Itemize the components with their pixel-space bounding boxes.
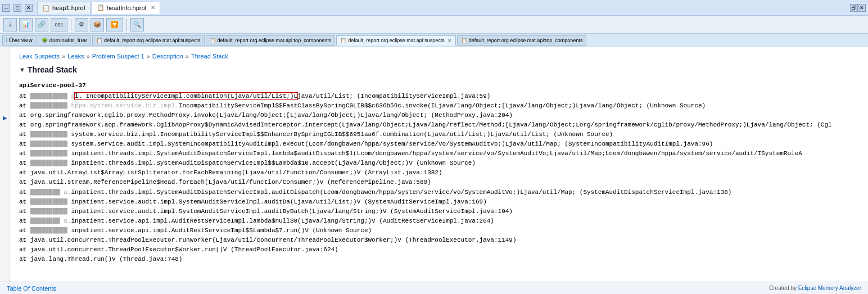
- editor-tab-dominator[interactable]: 🌳 dominator_tree: [38, 35, 91, 46]
- stack-text-13: inpatient.service.api.impl.AuditRestServ…: [71, 218, 494, 224]
- breadcrumb-sep4: »: [186, 53, 189, 60]
- stack-blurred-1: ██████████ hppa.system.service.biz.impl.: [30, 102, 179, 109]
- toolbar-link-btn[interactable]: 🔗: [35, 18, 48, 31]
- stack-line-10: at ████████ a.inpatient.threads.impl.Sys…: [19, 188, 859, 197]
- section-title-text: Thread Stack: [28, 65, 77, 74]
- stack-blurred-14: ██████████: [30, 227, 67, 234]
- breadcrumb: Leak Suspects » Leaks » Problem Suspect …: [19, 53, 859, 60]
- stack-text-15: java.util.concurrent.ThreadPoolExecutor.…: [30, 237, 517, 243]
- stack-line-4: at ██████████ system.service.biz.impl.In…: [19, 130, 859, 139]
- stack-blurred-12: ██████████: [30, 208, 67, 215]
- suspects2-tab-icon: 📋: [340, 38, 346, 43]
- stack-line-6: at ██████████ inpatient.threads.impl.Sys…: [19, 149, 859, 159]
- breadcrumb-thread-stack[interactable]: Thread Stack: [191, 53, 228, 60]
- stack-line-15: at java.util.concurrent.ThreadPoolExecut…: [19, 236, 859, 245]
- toolbar-sep2: [126, 19, 127, 30]
- editor-tab-top2-label: default_report org.eclipse.mat.api:top_c…: [469, 38, 583, 43]
- tab-headinfo-label: headInfo.hprof: [107, 4, 147, 11]
- stack-blurred-0: ██████████ p: [30, 93, 75, 99]
- stack-line-13: at ████████ a.inpatient.service.api.impl…: [19, 216, 859, 226]
- editor-tab-top2[interactable]: 📋 default_report org.eclipse.mat.api:top…: [457, 35, 587, 46]
- overview-tab-icon: i: [6, 38, 7, 43]
- toolbar-sep1: [71, 19, 71, 30]
- eclipse-memory-analyzer-link[interactable]: Eclipse Memory Analyzer: [798, 285, 861, 291]
- gutter-arrow[interactable]: ▶: [3, 115, 7, 121]
- table-of-contents-link[interactable]: Table Of Contents: [7, 285, 56, 292]
- top1-tab-icon: 📋: [210, 38, 216, 43]
- toolbar: i 📊 🔗 001 ⚙ 📦 🔽 🔍: [0, 16, 868, 34]
- stack-indent-0: at: [19, 93, 30, 99]
- stack-text-3: org.springframework.aop.framework.CglibA…: [30, 121, 832, 128]
- section-title: ▼ Thread Stack: [19, 65, 859, 74]
- stack-line-9: at java.util.stream.ReferencePipeline$He…: [19, 178, 859, 187]
- stack-line-1: at ██████████ hppa.system.service.biz.im…: [19, 101, 859, 111]
- breadcrumb-problem-suspect1[interactable]: Problem Suspect 1: [92, 53, 144, 60]
- stack-line-3: at org.springframework.aop.framework.Cgl…: [19, 120, 859, 130]
- stack-blurred-5: ██████████: [30, 141, 67, 147]
- footer-right: Created by Eclipse Memory Analyzer: [769, 285, 861, 291]
- section-arrow: ▼: [19, 66, 25, 73]
- minimize-button[interactable]: ─: [2, 4, 10, 12]
- content-area: Leak Suspects » Leaks » Problem Suspect …: [10, 47, 868, 294]
- toolbar-search-btn[interactable]: 🔍: [130, 18, 144, 31]
- stack-line-8: at java.util.ArrayList$ArrayListSplitera…: [19, 168, 859, 178]
- stack-blurred-4: ██████████: [30, 131, 67, 138]
- editor-tab-overview[interactable]: i Overview: [2, 35, 37, 46]
- created-by-text: Created by: [769, 285, 797, 291]
- suspects2-tab-close[interactable]: ✕: [447, 38, 452, 43]
- stack-line-17: at java.lang.Thread.run()V (Thread.java:…: [19, 255, 859, 264]
- toolbar-info-btn[interactable]: i: [3, 18, 17, 31]
- stack-area: apiService-pool-37 at ██████████ pl. Inc…: [19, 81, 859, 264]
- main-area: ▶ Leak Suspects » Leaks » Problem Suspec…: [0, 47, 868, 294]
- stack-blurred-7: ██████████: [30, 160, 67, 166]
- stack-text-5: system.service.audit.impl.SystemIncompat…: [67, 141, 713, 147]
- stack-blurred-10: ████████ a.: [30, 189, 71, 196]
- breadcrumb-sep3: »: [147, 53, 150, 60]
- stack-highlight-0: l. IncompatibilityServiceImpl.combinatio…: [75, 93, 297, 99]
- editor-tabs: i Overview 🌳 dominator_tree 📋 default_re…: [0, 34, 868, 47]
- breadcrumb-description[interactable]: Description: [152, 53, 183, 60]
- toolbar-dropdown-btn[interactable]: 🔽: [106, 18, 123, 31]
- editor-tab-suspects2-label: default_report org.eclipse.mat.api:suspe…: [348, 38, 445, 43]
- stack-text-17: java.lang.Thread.run()V (Thread.java:748…: [30, 256, 183, 263]
- editor-tab-top1-label: default_report org.eclipse.mat.api:top_c…: [218, 38, 332, 43]
- stack-text-0: java/util/List; (IncompatibilityServiceI…: [297, 93, 490, 99]
- tab-heap1-label: heap1.hprof: [52, 4, 85, 11]
- editor-tab-overview-label: Overview: [9, 37, 33, 43]
- stack-blurred-11: ██████████: [30, 198, 67, 205]
- left-gutter: ▶: [0, 47, 10, 294]
- breadcrumb-leaks[interactable]: Leaks: [67, 53, 84, 60]
- stack-line-16: at java.util.concurrent.ThreadPoolExecut…: [19, 245, 859, 255]
- editor-tab-dominator-label: dominator_tree: [49, 37, 87, 43]
- stack-line-12: at ██████████ inpatient.service.audit.im…: [19, 207, 859, 216]
- stack-text-4: system.service.biz.impl.IncompatibilityS…: [67, 131, 613, 138]
- tab-bar: 📋 heap1.hprof 📋 headInfo.hprof ✕ 🗗 ✕: [37, 2, 866, 14]
- stack-text-6: inpatient.threads.impl.SystemAuditDispat…: [67, 150, 802, 157]
- toolbar-001-btn[interactable]: 001: [51, 18, 67, 31]
- tab-headinfo-close[interactable]: ✕: [151, 4, 155, 11]
- toolbar-pkg-btn[interactable]: 📦: [91, 18, 104, 31]
- headinfo-tab-icon: 📋: [97, 4, 105, 11]
- toolbar-chart-btn[interactable]: 📊: [19, 18, 33, 31]
- stack-text-8: java.util.ArrayList$ArrayListSpliterator…: [30, 169, 442, 176]
- tab-headinfo[interactable]: 📋 headInfo.hprof ✕: [92, 2, 160, 14]
- breadcrumb-sep1: »: [62, 53, 65, 60]
- editor-tab-suspects1[interactable]: 📋 default_report org.eclipse.mat.api:sus…: [92, 35, 205, 46]
- close-button[interactable]: ✕: [25, 4, 33, 12]
- tab-heap1[interactable]: 📋 heap1.hprof: [37, 2, 91, 14]
- stack-line-11: at ██████████ inpatient.service.audit.im…: [19, 197, 859, 207]
- dominator-tab-icon: 🌳: [42, 38, 48, 43]
- heap1-tab-icon: 📋: [42, 4, 50, 12]
- window-controls[interactable]: ─ □ ✕: [2, 4, 33, 12]
- restore-btn[interactable]: 🗗: [850, 4, 858, 12]
- footer: Table Of Contents Created by Eclipse Mem…: [0, 282, 868, 294]
- toolbar-gear-btn[interactable]: ⚙: [75, 18, 88, 31]
- maximize-button[interactable]: □: [13, 4, 21, 12]
- editor-tab-suspects1-label: default_report org.eclipse.mat.api:suspe…: [104, 38, 201, 43]
- stack-text-16: java.util.concurrent.ThreadPoolExecutor$…: [30, 246, 338, 253]
- editor-tab-top1[interactable]: 📋 default_report org.eclipse.mat.api:top…: [206, 35, 336, 46]
- thread-name: apiService-pool-37: [19, 81, 859, 91]
- editor-tab-suspects2[interactable]: 📋 default_report org.eclipse.mat.api:sus…: [336, 35, 456, 46]
- win-close-btn[interactable]: ✕: [858, 4, 866, 12]
- breadcrumb-leak-suspects[interactable]: Leak Suspects: [19, 53, 60, 60]
